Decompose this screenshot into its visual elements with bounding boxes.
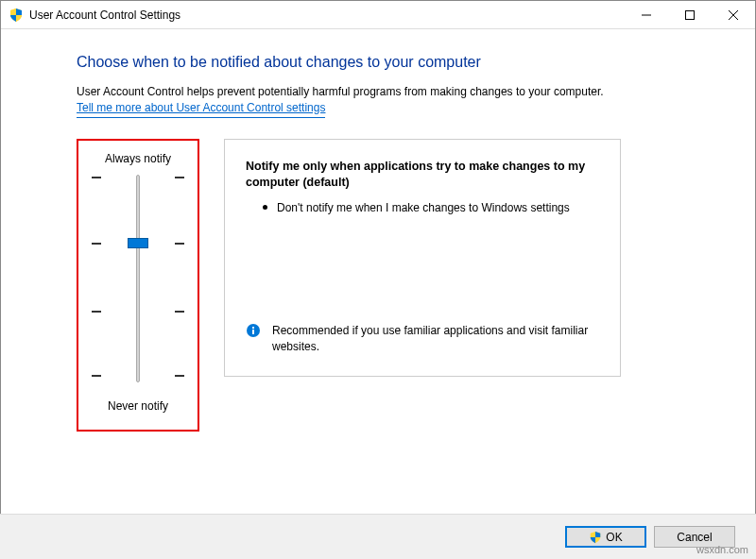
page-heading: Choose when to be notified about changes… <box>77 54 679 71</box>
learn-more-link[interactable]: Tell me more about User Account Control … <box>77 100 325 118</box>
main-area: Always notify Never notify Notify me onl… <box>77 139 679 432</box>
notify-bullet: Don't notify me when I make changes to W… <box>246 199 599 216</box>
slider-bottom-label: Never notify <box>92 399 184 413</box>
uac-slider[interactable] <box>92 175 184 382</box>
maximize-button[interactable] <box>668 1 712 28</box>
svg-rect-6 <box>252 327 254 329</box>
bullet-dot-icon <box>263 205 267 210</box>
minimize-button[interactable] <box>625 1 668 28</box>
window-controls <box>625 1 755 28</box>
info-panel: Notify me only when applications try to … <box>224 139 621 377</box>
description-line: User Account Control helps prevent poten… <box>77 85 604 98</box>
slider-thumb[interactable] <box>128 238 148 248</box>
info-icon <box>246 323 261 338</box>
shield-icon <box>589 531 602 544</box>
close-button[interactable] <box>712 1 755 28</box>
cancel-label: Cancel <box>677 531 712 544</box>
slider-top-label: Always notify <box>92 152 184 165</box>
slider-track <box>136 175 140 382</box>
slider-highlight-box: Always notify Never notify <box>77 139 199 432</box>
description-text: User Account Control helps prevent poten… <box>77 84 679 118</box>
notify-level-title: Notify me only when applications try to … <box>246 159 599 192</box>
recommendation-text: Recommended if you use familiar applicat… <box>272 323 599 355</box>
svg-rect-5 <box>252 330 254 334</box>
recommendation: Recommended if you use familiar applicat… <box>246 323 599 355</box>
watermark: wsxdn.com <box>696 544 748 555</box>
ok-button[interactable]: OK <box>565 526 646 548</box>
ok-label: OK <box>606 531 622 544</box>
svg-rect-1 <box>686 10 695 19</box>
titlebar: User Account Control Settings <box>1 1 755 29</box>
shield-icon <box>9 8 24 23</box>
window-title: User Account Control Settings <box>29 8 180 22</box>
content-area: Choose when to be notified about changes… <box>1 29 755 432</box>
bullet-text: Don't notify me when I make changes to W… <box>277 199 570 216</box>
button-bar: OK Cancel <box>0 514 756 559</box>
